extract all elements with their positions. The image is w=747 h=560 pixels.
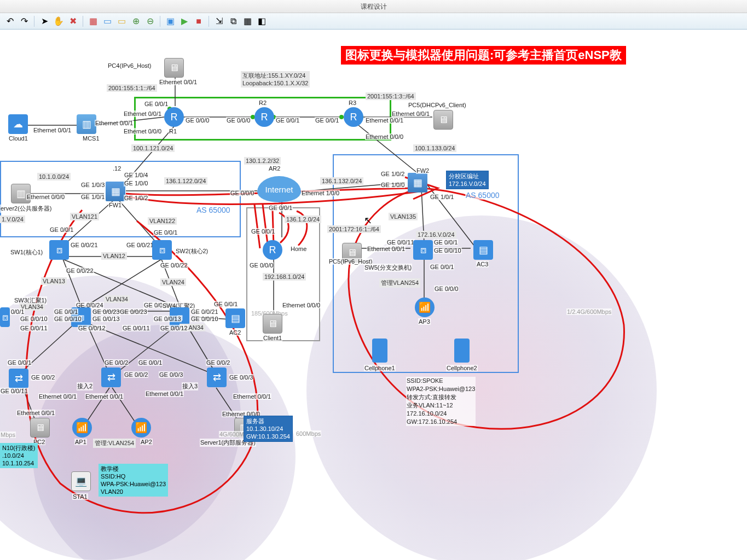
client1-icon[interactable]: 🖥 [263,314,282,334]
mcs1-icon[interactable]: ▥ [77,114,96,134]
internet-icon[interactable]: Internet [257,176,301,202]
r1-icon[interactable]: R [164,107,184,127]
group-button[interactable]: ⧉ [227,15,240,28]
cell2-label: Cellphone2 [446,365,478,371]
ac3-label: AC3 [476,261,489,267]
as-label: AS 65000 [465,191,500,200]
ac3-icon[interactable]: ▤ [473,240,493,260]
cell2-icon[interactable] [454,339,470,363]
if-label: Ethernet 0/0/0 [123,128,162,135]
toolbar: ↶ ↷ ➤ ✋ ✖ ▦ ▭ ▭ ⊕ ⊖ ▣ ▶ ■ ⇲ ⧉ ▦ ◧ [0,13,747,30]
ac2-icon[interactable]: ▤ [225,308,245,328]
branch-box: 分校区编址172.16.V.0/24 [446,171,489,189]
access2-icon[interactable]: ⇄ [101,368,121,387]
sw3b-icon[interactable]: ⧈ [0,307,10,327]
zoomout-button[interactable]: ⊖ [143,15,157,28]
select-button[interactable]: ➤ [38,15,51,28]
text-button[interactable]: ▭ [101,15,114,28]
if-label: Ethernet 0/0/0 [365,133,404,140]
if-label: GE 0/0/2 [31,374,55,381]
stop-button[interactable]: ■ [192,15,205,28]
fit-button[interactable]: ▣ [164,15,177,28]
pc2-icon[interactable]: 🖥 [30,418,50,438]
undo-button[interactable]: ↶ [3,15,16,28]
align-button[interactable]: ⇲ [212,15,225,28]
if-label: Ethernet 0/0/1 [123,110,162,117]
if-label: GE 0/0/1 [144,101,169,107]
if-label: GE 0/0/22 [66,267,94,274]
speed-label: 600Mbps [296,430,321,437]
net-label: 136.1.132.0/24 [320,177,363,185]
topology-canvas[interactable]: 图标更换与模拟器使用问题:可参考主播首页eNSP教 ☁ Cloud1 Ether… [0,30,747,560]
cell1-icon[interactable] [372,339,387,363]
redo-button[interactable]: ↷ [18,15,31,28]
if-label: Ethernet 0/0/1 [33,127,72,133]
rect-button[interactable]: ▭ [115,15,128,28]
speed-label: Mbps [0,431,16,438]
grid-button[interactable]: ▦ [241,15,254,28]
play-button[interactable]: ▶ [178,15,191,28]
if-label: Ethernet 0/0/1 [145,390,184,397]
if-label: GE 1/0/3 [80,182,105,188]
pc4-icon[interactable]: 🖥 [164,58,184,78]
pc5dhcp-icon[interactable]: 🖥 [433,110,453,130]
annotate-button[interactable]: ▦ [86,15,100,28]
ap3-label: AP3 [418,318,431,325]
net-label: 10.1.0.0/24 [37,173,71,180]
server2-label: erver2(公共服务器) [0,205,53,213]
ap1-label: AP1 [74,439,87,445]
ssid-hq: 教学楼SSID:HQ WPA-PSK:Huawei@123VLAN20 [99,464,168,497]
access3-icon[interactable]: ⇄ [207,368,227,387]
vlan-label: VLAN13 [41,277,67,285]
banner-text: 图标更换与模拟器使用问题:可参考主播首页eNSP教 [341,46,626,65]
if-label: GE 1/0/1 [80,194,105,200]
ssid-spoke: SSID:SPOKEWPA2-PSK:Huawei@123 转发方式:直接转发业… [406,377,476,426]
home-icon[interactable]: R [263,240,282,260]
server-info: 服务器10.1.30.10/24GW:10.1.30.254 [244,416,293,442]
cloud1-icon[interactable]: ☁ [8,114,28,134]
if-label: GE 0/0/10 [20,316,48,322]
if-label: GE 0/0/21 [126,242,154,248]
pc4-label: PC4(IPv6_Host) [107,62,152,69]
if-label: GE 0/0/1 [268,205,293,211]
fw2-icon[interactable]: ▦ [408,173,427,192]
if-label: GE 0/0/23 [119,308,148,315]
delete-button[interactable]: ✖ [66,15,79,28]
if-label: Ethernet 0/0/0 [282,302,321,308]
r2-icon[interactable]: R [254,107,274,127]
net-label: 130.1.2.2/32 [244,157,281,165]
net-label: 136.1.2.0/24 [285,215,321,223]
if-label: GE 0/0/2 [206,359,230,366]
sw1-label: SW1(核心1) [10,248,43,256]
vlan-label: VLAN12 [101,252,127,260]
if-label: GE 0/0/11 [386,239,415,246]
ar2-label: AR2 [268,165,281,172]
if-label: GE 1/0/1 [430,194,454,200]
sw5-icon[interactable]: ⧈ [413,240,433,260]
ipv6-left: 2001:155:1:1::/64 [107,84,157,92]
if-label: GE 0/0/1 [54,308,78,315]
access1-icon[interactable]: ⇄ [9,369,28,388]
dark-button[interactable]: ◧ [255,15,268,28]
sw2-icon[interactable]: ⧈ [152,240,172,260]
if-label: Ethernet 0/0/1 [16,410,55,416]
ap2-icon[interactable]: 📶 [131,418,151,438]
r3-icon[interactable]: R [344,107,363,127]
sw1-icon[interactable]: ⧈ [49,240,69,260]
fw1-icon[interactable]: ▦ [106,182,125,201]
dot12: .12 [112,165,121,172]
r1-label: R1 [169,128,177,135]
ac2-label: AC2 [229,329,241,336]
zoomin-button[interactable]: ⊕ [129,15,142,28]
window-titlebar: 课程设计 [0,0,747,13]
sta1-icon[interactable]: 💻 [71,471,91,491]
hand-button[interactable]: ✋ [52,15,65,28]
mouse-cursor: ↖ [364,214,372,226]
if-label: GE 0/0/0 [434,285,459,292]
interlink: 互联地址:155.1.XY.0/24Loopaback:150.1.X.X/32 [241,71,310,88]
if-label: GE 0/0/1 [49,226,74,233]
if-label: GE 0/0/0 [226,117,251,124]
ap3-icon[interactable]: 📶 [415,298,435,317]
ap1-icon[interactable]: 📶 [72,418,92,438]
net-label: 136.1.122.0/24 [164,177,207,185]
